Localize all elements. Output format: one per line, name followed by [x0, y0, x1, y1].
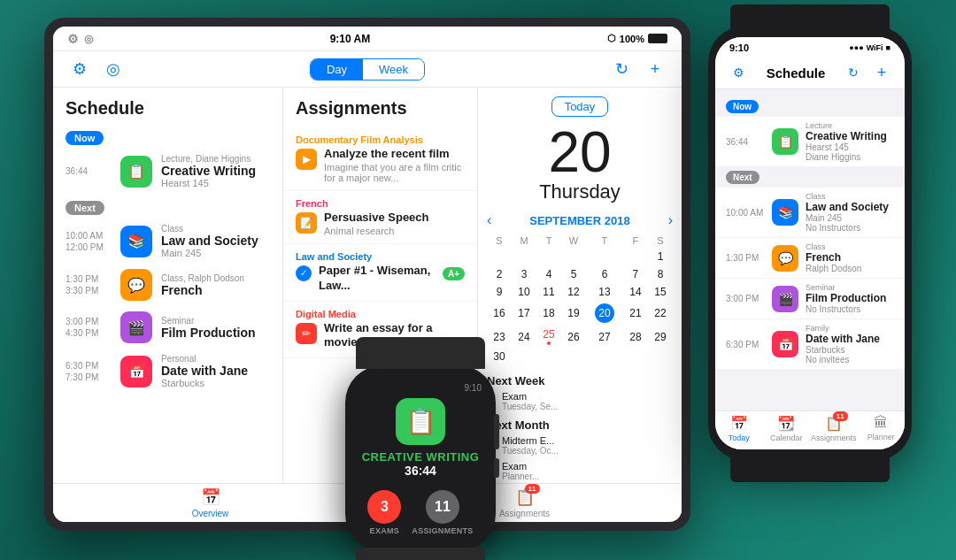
cal-day-28[interactable]: 28: [623, 326, 648, 348]
assignment-french-speech[interactable]: French 📝 Persuasive Speech Animal resear…: [283, 191, 477, 244]
cal-day-: [586, 348, 623, 365]
assign-title-law: Paper #1 - Wiseman, Law...: [319, 264, 436, 294]
ipad-status-left: ⚙ ◎: [67, 32, 93, 46]
cal-day-9[interactable]: 9: [487, 283, 512, 301]
iphone-detail-date: Starbucks: [806, 345, 894, 355]
cal-day-17[interactable]: 17: [512, 301, 536, 326]
cal-day-7[interactable]: 7: [623, 265, 648, 283]
cal-day-15[interactable]: 15: [648, 283, 673, 301]
cal-day-16[interactable]: 16: [487, 301, 512, 326]
watch-badge-assignments: 11 ASSIGNMENTS: [412, 490, 473, 535]
iphone-item-date[interactable]: 6:30 PM 📅 Family Date with Jane Starbuck…: [715, 319, 905, 369]
tab-overview[interactable]: 📅 Overview: [53, 484, 367, 522]
planner-tab-icon: 🏛: [874, 415, 888, 431]
cal-day-26[interactable]: 26: [561, 326, 586, 348]
creative-writing-info: Lecture, Diane Higgins Creative Writing …: [161, 154, 270, 188]
schedule-panel: Schedule Now 36:44 📋 Lecture, Diane Higg…: [53, 88, 283, 483]
iphone-item-law[interactable]: 10:00 AM 📚 Class Law and Society Main 24…: [715, 188, 905, 237]
ipad-time: 9:10 AM: [330, 33, 371, 45]
iphone-tab-assignments[interactable]: 📋 11 Assignments: [810, 415, 858, 442]
french-name: French: [161, 283, 270, 297]
bluetooth-icon: ⬡: [607, 33, 616, 44]
iphone-screen: 9:10 ●●● WiFi ■ ⚙ Schedule ↻ + Now 36:44…: [715, 37, 905, 449]
iphone-item-creative[interactable]: 36:44 📋 Lecture Creative Writing Hearst …: [715, 117, 905, 166]
schedule-item-film[interactable]: 3:00 PM4:30 PM 🎬 Seminar Film Production: [53, 306, 282, 349]
schedule-item-french[interactable]: 1:30 PM3:30 PM 💬 Class, Ralph Dodson Fre…: [53, 264, 282, 306]
cal-day-13[interactable]: 13: [586, 283, 623, 301]
gear-button[interactable]: ⚙: [67, 57, 92, 81]
date-sub: Personal: [161, 354, 270, 364]
day-tab[interactable]: Day: [311, 59, 363, 80]
cal-day-22[interactable]: 22: [648, 301, 673, 326]
iphone-sub-law: Class: [806, 192, 894, 201]
cal-day-24[interactable]: 24: [512, 326, 536, 348]
iphone-toolbar-right: ↻ +: [841, 60, 894, 85]
iphone-tab-today[interactable]: 📅 Today: [715, 415, 763, 442]
cal-day-19[interactable]: 19: [561, 301, 586, 326]
cal-day-11[interactable]: 11: [536, 283, 561, 301]
schedule-item-date[interactable]: 6:30 PM7:30 PM 📅 Personal Date with Jane…: [53, 349, 282, 394]
location-button[interactable]: ◎: [101, 57, 126, 81]
cal-next-month-title: Next Month: [487, 418, 673, 432]
cal-prev-button[interactable]: ‹: [487, 212, 491, 228]
cal-day-21[interactable]: 21: [623, 301, 648, 326]
cal-day-10[interactable]: 10: [512, 283, 536, 301]
cal-midterm-text: Midterm E... Tuesday, Oc...: [502, 435, 559, 456]
assign-row-film: ▶ Analyze the recent film Imagine that y…: [296, 147, 465, 183]
iphone-refresh-button[interactable]: ↻: [841, 60, 866, 85]
cal-day-5[interactable]: 5: [561, 265, 586, 283]
cal-header-w: W: [561, 234, 586, 248]
schedule-item-creative-writing[interactable]: 36:44 📋 Lecture, Diane Higgins Creative …: [53, 149, 282, 194]
cal-day-14[interactable]: 14: [623, 283, 648, 301]
assignment-law-paper[interactable]: Law and Society ✓ Paper #1 - Wiseman, La…: [283, 244, 477, 302]
cal-next-button[interactable]: ›: [668, 212, 673, 228]
toolbar-right: ↻ +: [609, 57, 667, 81]
cal-day-3[interactable]: 3: [512, 265, 536, 283]
cal-day-6[interactable]: 6: [586, 265, 623, 283]
assignment-film-analysis[interactable]: Documentary Film Analysis ▶ Analyze the …: [283, 127, 477, 191]
iphone-item-film[interactable]: 3:00 PM 🎬 Seminar Film Production No Ins…: [715, 279, 905, 318]
cal-event-exam2: ⚑ Exam Planner...: [487, 461, 673, 481]
iphone-add-button[interactable]: +: [869, 60, 894, 85]
iphone-tab-calendar[interactable]: 📆 Calendar: [763, 415, 811, 442]
ipad-battery: 100%: [620, 34, 644, 44]
cal-day-20[interactable]: 20: [586, 301, 623, 326]
cal-day-23[interactable]: 23: [487, 326, 512, 348]
assign-text-french: Persuasive Speech Animal research: [324, 211, 465, 236]
cal-day-1[interactable]: 1: [648, 248, 673, 265]
cal-day-: [561, 248, 586, 265]
cal-day-12[interactable]: 12: [561, 283, 586, 301]
cal-day-18[interactable]: 18: [536, 301, 561, 326]
today-button[interactable]: Today: [551, 96, 609, 117]
iphone-gear-button[interactable]: ⚙: [726, 60, 751, 85]
iphone-tab-planner[interactable]: 🏛 Planner: [858, 415, 906, 442]
add-button[interactable]: +: [643, 57, 667, 81]
iphone-name-law: Law and Society: [806, 201, 894, 213]
refresh-button[interactable]: ↻: [609, 57, 634, 81]
film-sub: Seminar: [161, 316, 270, 326]
cal-day-2[interactable]: 2: [487, 265, 512, 283]
iphone-sub-film: Seminar: [806, 283, 894, 292]
cal-day-25[interactable]: 25: [536, 326, 561, 348]
gear-icon: ⚙: [67, 32, 79, 46]
cal-day-4[interactable]: 4: [536, 265, 561, 283]
cal-header-m: M: [512, 234, 536, 248]
iphone-time-film: 3:00 PM: [726, 293, 765, 304]
french-info: Class, Ralph Dodson French: [161, 273, 270, 297]
schedule-item-law[interactable]: 10:00 AM12:00 PM 📚 Class Law and Society…: [53, 219, 282, 264]
assign-class-digital: Digital Media: [296, 309, 465, 319]
cal-day-8[interactable]: 8: [648, 265, 673, 283]
assign-icon-film: ▶: [296, 149, 317, 170]
schedule-title: Schedule: [53, 98, 282, 127]
week-tab[interactable]: Week: [363, 59, 424, 80]
cal-day-: [586, 248, 623, 265]
assign-row-law: ✓ Paper #1 - Wiseman, Law... A+: [296, 264, 465, 294]
cal-day-27[interactable]: 27: [586, 326, 623, 348]
iphone-info-film: Seminar Film Production No Instructors: [806, 283, 894, 314]
iphone-item-french[interactable]: 1:30 PM 💬 Class French Ralph Dodson: [715, 238, 905, 278]
cal-exam-name: Exam: [502, 391, 558, 402]
cal-day-29[interactable]: 29: [648, 326, 673, 348]
cal-day-30[interactable]: 30: [487, 348, 512, 365]
wifi-icon: WiFi: [867, 43, 883, 52]
iphone-sub-french: Class: [806, 242, 894, 251]
